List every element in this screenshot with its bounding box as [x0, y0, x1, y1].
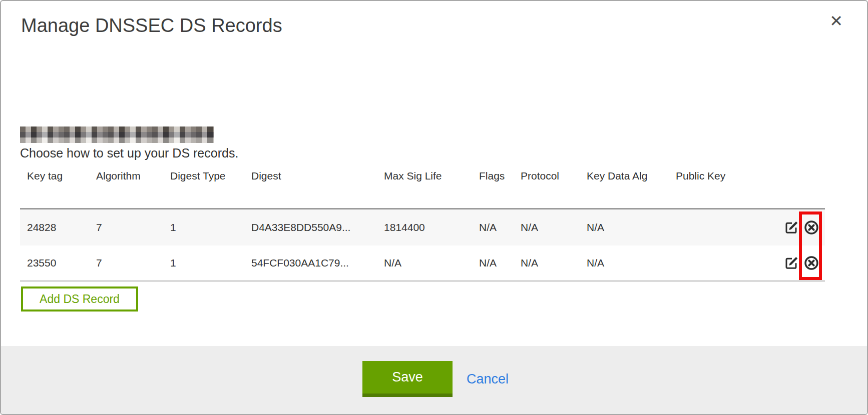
- dialog-footer: Save Cancel: [1, 346, 867, 414]
- col-header-key-data-alg: Key Data Alg: [580, 166, 669, 182]
- cell-digest: D4A33E8DD550A9...: [244, 222, 377, 234]
- col-header-actions: [775, 166, 825, 170]
- cell-max-sig-life: 1814400: [377, 222, 472, 234]
- cell-key-data-alg: N/A: [580, 222, 669, 234]
- table-header-row: Key tag Algorithm Digest Type Digest Max…: [20, 166, 825, 210]
- dialog-subtitle: Choose how to set up your DS records.: [20, 146, 238, 160]
- edit-icon[interactable]: [784, 220, 799, 235]
- col-header-algorithm: Algorithm: [89, 166, 163, 182]
- cell-protocol: N/A: [514, 257, 580, 269]
- dialog-title: Manage DNSSEC DS Records: [21, 15, 282, 36]
- cell-digest-type: 1: [163, 257, 244, 269]
- col-header-protocol: Protocol: [514, 166, 580, 182]
- cell-protocol: N/A: [514, 222, 580, 234]
- col-header-digest: Digest: [244, 166, 377, 182]
- cell-key-data-alg: N/A: [580, 257, 669, 269]
- table-row: 23550 7 1 54FCF030AA1C79... N/A N/A N/A …: [20, 246, 825, 282]
- cell-algorithm: 7: [89, 257, 163, 269]
- cell-digest-type: 1: [163, 222, 244, 234]
- add-ds-record-button[interactable]: Add DS Record: [21, 286, 138, 312]
- col-header-public-key: Public Key: [669, 166, 775, 182]
- cell-flags: N/A: [472, 222, 514, 234]
- delete-circle-x-icon[interactable]: [804, 220, 819, 235]
- cell-flags: N/A: [472, 257, 514, 269]
- cell-algorithm: 7: [89, 222, 163, 234]
- col-header-key-tag: Key tag: [20, 166, 89, 182]
- cell-key-tag: 23550: [20, 257, 89, 269]
- table-row: 24828 7 1 D4A33E8DD550A9... 1814400 N/A …: [20, 210, 825, 246]
- manage-dnssec-dialog: Manage DNSSEC DS Records ✕ Choose how to…: [0, 0, 868, 415]
- row-actions: [775, 256, 825, 270]
- save-button[interactable]: Save: [362, 361, 453, 397]
- cell-max-sig-life: N/A: [377, 257, 472, 269]
- delete-circle-x-icon[interactable]: [804, 256, 819, 270]
- edit-icon[interactable]: [784, 256, 799, 270]
- col-header-digest-type: Digest Type: [163, 166, 244, 182]
- col-header-flags: Flags: [472, 166, 514, 182]
- cell-key-tag: 24828: [20, 222, 89, 234]
- redacted-domain-name: [20, 126, 214, 143]
- close-icon[interactable]: ✕: [829, 13, 843, 29]
- row-actions: [775, 220, 825, 235]
- col-header-max-sig-life: Max Sig Life: [377, 166, 472, 182]
- cell-digest: 54FCF030AA1C79...: [244, 257, 377, 269]
- ds-records-table: Key tag Algorithm Digest Type Digest Max…: [20, 166, 825, 282]
- cancel-link[interactable]: Cancel: [467, 361, 509, 397]
